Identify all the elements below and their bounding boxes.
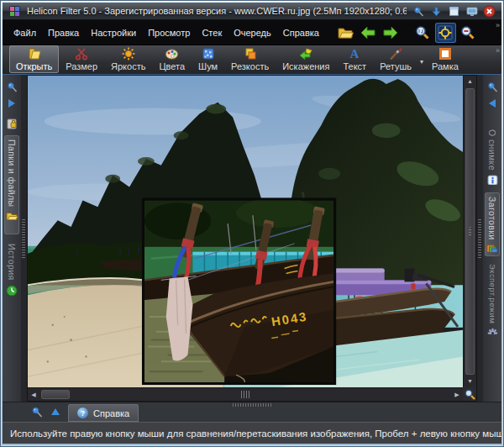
menu-help[interactable]: Справка	[277, 24, 325, 41]
arrow-down-icon[interactable]	[430, 5, 443, 18]
menubar-overflow-chevron[interactable]: »	[496, 22, 499, 29]
horizontal-scrollbar[interactable]: ◀ ▶	[28, 387, 463, 401]
toolbar-button-label: Шум	[198, 61, 218, 71]
expand-right-icon[interactable]	[3, 95, 21, 112]
back-arrow-icon[interactable]	[358, 23, 379, 43]
help-tab-label: Справка	[93, 408, 129, 418]
thumb-grip	[469, 227, 471, 236]
sidebar-tab-label: Заготовки	[487, 197, 497, 240]
status-text: Используйте правую кнопку мыши для сравн…	[10, 429, 501, 439]
image-viewport: H043 ▲ ▼ ◀	[27, 75, 477, 402]
pin-icon[interactable]	[412, 5, 425, 18]
help-tab[interactable]: ? Справка	[68, 404, 139, 422]
sidebar-tab-history[interactable]: История	[4, 239, 19, 300]
filter-toolbar: Открыть Размер Яркость Цвета Шум Резкост…	[3, 45, 501, 75]
palette-icon	[165, 47, 179, 60]
svg-text:A: A	[350, 47, 360, 60]
menu-queue[interactable]: Очередь	[228, 24, 277, 41]
toolbar-sharpness-button[interactable]: Резкость	[224, 45, 276, 73]
track-grip	[241, 391, 250, 398]
toolbar-retouch-button[interactable]: Ретушь	[373, 45, 418, 73]
app-icon	[8, 5, 21, 18]
frame-icon	[438, 47, 452, 60]
menu-file[interactable]: Файл	[8, 24, 42, 41]
sharpen-icon	[244, 47, 257, 60]
vertical-scrollbar[interactable]: ▲ ▼	[463, 76, 476, 387]
beach-photo: H043	[28, 76, 463, 387]
photo-canvas[interactable]: H043	[28, 76, 463, 387]
magnifier-icon	[465, 389, 475, 400]
main-area: Папки и файлы История О снимке Заготовки	[3, 75, 501, 402]
menubar: Файл Правка Настройки Просмотр Стек Очер…	[3, 20, 501, 45]
right-splitter[interactable]	[477, 75, 483, 402]
bottom-splitter-grip[interactable]	[233, 403, 271, 407]
toolbar-button-label: Текст	[343, 61, 366, 71]
toolbar-size-button[interactable]: Размер	[59, 45, 104, 73]
corner-magnifier-button[interactable]	[463, 387, 476, 401]
scroll-left-arrow[interactable]: ◀	[28, 388, 39, 401]
pin-icon[interactable]	[3, 78, 21, 95]
scroll-down-arrow[interactable]: ▼	[464, 376, 476, 387]
window-title: Helicon Filter 5.0 - Зарегистрированная …	[27, 6, 407, 16]
sidebar-tab-presets[interactable]: Заготовки	[485, 192, 500, 256]
menu-stack[interactable]: Стек	[196, 24, 228, 41]
sidebar-tab-label: Папки и файлы	[7, 139, 17, 207]
right-sidebar: О снимке Заготовки Эксперт.режим	[483, 75, 501, 402]
status-bar: Используйте правую кнопку мыши для сравн…	[3, 422, 501, 444]
menu-view[interactable]: Просмотр	[142, 24, 196, 41]
toolbar-open-button[interactable]: Открыть	[9, 45, 59, 73]
toolbar-overflow-chevron[interactable]: »	[496, 47, 499, 55]
pin-icon[interactable]	[31, 402, 43, 422]
titlebar[interactable]: Helicon Filter 5.0 - Зарегистрированная …	[3, 3, 501, 20]
sidebar-tab-folders-files[interactable]: Папки и файлы	[4, 135, 19, 234]
zoom-100-icon[interactable]	[412, 23, 433, 43]
toolbar-button-label: Ретушь	[380, 61, 412, 71]
toolbar-text-button[interactable]: A Текст	[336, 45, 373, 73]
close-icon[interactable]	[483, 5, 496, 18]
divider	[329, 24, 330, 41]
open-folder-icon	[27, 47, 42, 60]
menu-edit[interactable]: Правка	[42, 24, 85, 41]
toolbar-noise-button[interactable]: Шум	[192, 45, 224, 73]
toolbar-frame-button[interactable]: Рамка	[425, 45, 465, 73]
sun-icon	[122, 47, 135, 60]
toolbar-button-label: Резкость	[231, 61, 269, 71]
toolbar-brightness-button[interactable]: Яркость	[104, 45, 152, 73]
left-splitter[interactable]	[21, 75, 27, 402]
collapse-up-icon[interactable]	[51, 402, 60, 422]
vertical-scroll-thumb[interactable]	[465, 88, 475, 375]
left-sidebar: Папки и файлы История	[3, 75, 21, 402]
sidebar-tab-label: История	[7, 244, 17, 281]
open-folder-icon[interactable]	[335, 23, 356, 43]
zoom-out-icon[interactable]	[458, 23, 479, 43]
lock-icon[interactable]	[3, 115, 21, 132]
help-icon: ?	[77, 408, 88, 418]
toolbar-distortion-button[interactable]: Искажения	[276, 45, 336, 73]
monitor-icon[interactable]	[465, 5, 478, 18]
info-icon	[487, 175, 498, 185]
history-clock-icon	[6, 285, 18, 296]
splitter-grip	[478, 219, 481, 258]
folder-icon	[6, 211, 18, 221]
zoom-fit-icon[interactable]	[435, 23, 456, 43]
sidebar-tab-expert-mode[interactable]: Эксперт.режим	[485, 260, 500, 339]
pin-icon[interactable]	[483, 78, 501, 95]
maximize-icon[interactable]	[448, 5, 460, 18]
bottom-panel: ? Справка	[3, 402, 501, 422]
menu-settings[interactable]: Настройки	[85, 24, 142, 41]
scroll-up-arrow[interactable]: ▲	[464, 76, 476, 87]
horizontal-scroll-thumb[interactable]	[41, 390, 70, 399]
sidebar-tab-label: О снимке	[487, 129, 497, 171]
forward-arrow-icon[interactable]	[381, 23, 402, 43]
toolbar-button-label: Цвета	[159, 61, 185, 71]
zoom-preview-box[interactable]: H043	[142, 197, 336, 385]
text-icon: A	[348, 47, 361, 60]
gear-icon	[487, 328, 498, 334]
divider	[407, 24, 407, 41]
retouch-dropdown-caret[interactable]: ▾	[420, 58, 423, 66]
scroll-right-arrow[interactable]: ▶	[451, 388, 463, 401]
splitter-grip	[22, 219, 25, 258]
collapse-left-icon[interactable]	[483, 95, 501, 112]
sidebar-tab-about-image[interactable]: О снимке	[485, 125, 500, 189]
toolbar-colors-button[interactable]: Цвета	[152, 45, 192, 73]
